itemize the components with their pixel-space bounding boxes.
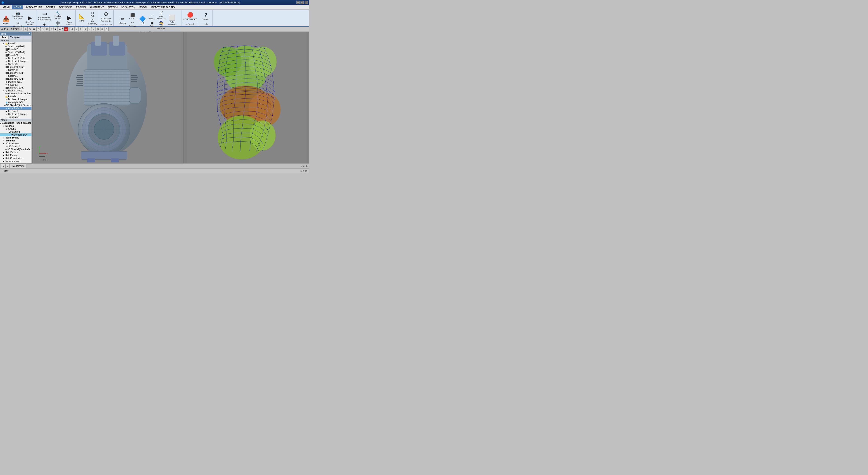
tree-item-plane24[interactable]: 📐 Plane24 <box>0 95 31 98</box>
menu-item-sketch[interactable]: SKETCH <box>106 5 120 9</box>
tree-item-model-root[interactable]: ▸ CallBaptist_Result_smaller <box>0 122 31 124</box>
tree-item-3dsketch1[interactable]: ✏ 3D Sketch1 <box>0 145 31 148</box>
viewport-area[interactable]: X Y ← 1.0 in → <box>32 32 309 163</box>
menu-item-model[interactable]: MODEL <box>137 5 150 9</box>
tree-item-extrude42[interactable]: ⬛ Extrude42 (Cut) <box>0 77 31 80</box>
sidebar-tab-viewpoint[interactable]: Viewpoint <box>9 35 22 39</box>
tree-item-alignment-scan[interactable]: ⟺ Alignment Scan for Bas <box>0 92 31 95</box>
view-btn-9[interactable]: ◈ <box>54 27 58 31</box>
view-btn-12[interactable]: ↺ <box>70 27 74 31</box>
view-btn-14[interactable]: ⟳ <box>79 27 83 31</box>
model-view-tab[interactable]: Model View <box>10 164 27 168</box>
run-scan-process-button[interactable]: ▶ ScanProcess <box>64 14 74 27</box>
tutorial-button[interactable]: ? Tutorial <box>200 11 211 21</box>
menu-item-3dsketch[interactable]: 3D SKETCH <box>120 5 137 9</box>
tree-item-extrude40[interactable]: ⬛ Extrude40 (Cut) <box>0 66 31 69</box>
tree-item-group1[interactable]: ▾ Group1 <box>0 127 31 130</box>
menu-item-livecapture[interactable]: LIVECAPTURE <box>23 5 44 9</box>
solid-primitive-button[interactable]: ⬜ SolidPrimitive <box>167 14 177 26</box>
livecapture-button[interactable]: 📷 LiveCaptureCapture <box>12 10 24 20</box>
tree-item-3dsketches[interactable]: ▾ 3D Sketches <box>0 142 31 145</box>
tree-item-transform1[interactable]: ↔ Transform1 <box>0 116 31 119</box>
view-btn-4[interactable]: ▦ <box>32 27 36 31</box>
extrude-button[interactable]: ⬛ Extrude <box>128 13 137 20</box>
tree-item-measurements[interactable]: ▸ Measurements <box>0 160 31 163</box>
tree-item-autosurface2[interactable]: 🖊 Auto Surface2 <box>0 107 31 110</box>
nav-right-button[interactable]: ► <box>5 164 9 168</box>
view-btn-16[interactable]: ↔ <box>87 27 91 31</box>
tree-item-deleteface1[interactable]: 🗑 Delete Face1 <box>0 80 31 83</box>
healing-wizard-button[interactable]: 🔧 HealingWizard <box>53 10 64 20</box>
view-btn-18[interactable]: ⊞ <box>96 27 100 31</box>
view-btn-6[interactable]: ◻ <box>41 27 45 31</box>
tree-item-plane23[interactable]: ▸ 📐 Plane23 <box>0 42 31 45</box>
import-button[interactable]: 📥 Import <box>1 15 11 25</box>
tree-item-solid-bodies[interactable]: ▸ Solid Bodies <box>0 136 31 139</box>
tree-item-extrude38[interactable]: ⬛ Extrude38 <box>0 54 31 57</box>
align-between-button[interactable]: ⟺ Align BetweenRef. Geometry <box>37 11 52 21</box>
tree-item-sketch52[interactable]: ✏ Sketch52 <box>0 83 31 86</box>
view-btn-3[interactable]: ⊞ <box>28 27 32 31</box>
view-btn-1[interactable]: ⊙ <box>19 27 23 31</box>
solidworks-button[interactable]: 🔴 SOLIDWORKS <box>182 11 198 21</box>
plane-button[interactable]: 📐 Plane <box>76 13 87 23</box>
viewport-left[interactable]: X Y ← 1.0 in → <box>32 32 184 163</box>
tree-item-3dsketch2[interactable]: ✏ 3D Sketch2(AutoSurface <box>0 104 31 107</box>
ref-geometry-btn2[interactable]: ◎ Geometry <box>87 18 98 25</box>
minimize-button[interactable]: ─ <box>297 1 300 4</box>
tree-item-sketch46[interactable]: ✏ Sketch46 (Mesh) <box>0 45 31 48</box>
tree-item-extrude41[interactable]: ⬛ Extrude41 (Cut) <box>0 71 31 74</box>
menu-item-menu[interactable]: MENU <box>1 5 12 9</box>
tree-item-3dsketch2-model[interactable]: ✏ 3D Sketch2(AutoSurfac <box>0 148 31 151</box>
maximize-button[interactable]: □ <box>301 1 304 4</box>
tree-item-regiongroup2[interactable]: ▸ ◎ Region Group2 <box>0 89 31 92</box>
tree-item-boolean10[interactable]: ⊕ Boolean10 (Cut) <box>0 57 31 60</box>
tree-item-sketch51[interactable]: ✏ Sketch51 <box>0 74 31 77</box>
fillet-button[interactable]: ◉ Fillet <box>148 20 156 28</box>
sidebar-close[interactable]: ✕ <box>29 32 31 35</box>
menu-item-points[interactable]: POINTS <box>44 5 57 9</box>
run-scan-wizard-button[interactable]: ▶ Run ScanWizard <box>25 14 35 27</box>
auto-surface-button[interactable]: 🖊 AutoSurface ▾ <box>156 10 166 20</box>
interactive-alignment-button[interactable]: ⊕ InteractiveAlignment ▾ <box>100 10 113 23</box>
tree-item-boolean12[interactable]: ⊕ Boolean12 (Merge) <box>0 98 31 101</box>
tree-item-ref-vectors[interactable]: ▸ Ref. Vectors <box>0 151 31 154</box>
tree-item-defeatured[interactable]: Defeatured <box>0 130 31 133</box>
tree-item-sketches[interactable]: ▸ Sketches <box>0 139 31 142</box>
tree-item-ref-coords[interactable]: ▸ Ref. Coordinates <box>0 157 31 160</box>
menu-item-polygons[interactable]: POLYGONS <box>57 5 74 9</box>
tree-item-boolean13[interactable]: ⊕ Boolean13 (Merge) <box>0 113 31 116</box>
tree-item-extrude43[interactable]: ⬛ Extrude43 (Cut) <box>0 86 31 89</box>
view-btn-8[interactable]: ⊕ <box>49 27 53 31</box>
loft-wizard-button[interactable]: 🧙 LoftWizard ▾ <box>156 20 166 30</box>
auto-dropdown-1[interactable]: Auto ▾ <box>1 28 8 31</box>
view-btn-15[interactable]: ⟲ <box>83 27 87 31</box>
view-btn-17[interactable]: ↕ <box>92 27 96 31</box>
menu-item-home[interactable]: HOME <box>12 5 23 9</box>
view-btn-7[interactable]: ⊟ <box>45 27 49 31</box>
view-btn-10[interactable]: ⊗ <box>58 27 62 31</box>
view-btn-2[interactable]: ◎ <box>24 27 28 31</box>
menu-item-exact-surfacing[interactable]: EXACT SURFACING <box>150 5 177 9</box>
view-btn-20[interactable]: ⊟ <box>104 27 108 31</box>
tree-item-watertight[interactable]: 💧 Watertight LC4 <box>0 101 31 104</box>
menu-item-region[interactable]: REGION <box>74 5 88 9</box>
sweep-button[interactable]: 〰 Sweep <box>148 13 156 20</box>
nav-left-button[interactable]: ◄ <box>1 164 5 168</box>
tree-item-watertight-lc4[interactable]: ◎ Watertight LC4 <box>0 133 31 136</box>
tree-item-meshes[interactable]: ▾ Meshes <box>0 124 31 127</box>
sketch-button[interactable]: ✏ Sketch <box>118 15 128 25</box>
viewport-right[interactable] <box>184 32 309 163</box>
menu-item-alignment[interactable]: ALIGNMENT <box>88 5 106 9</box>
tree-item-extrude47[interactable]: ⬛ Extrude47 <box>0 48 31 51</box>
tree-item-boolean11[interactable]: ⊕ Boolean11 (Merge) <box>0 60 31 63</box>
tree-item-sketch47[interactable]: ✏ Sketch47 (Mesh) <box>0 51 31 54</box>
tree-item-sketch50[interactable]: ✏ Sketch50 <box>0 69 31 71</box>
view-btn-5[interactable]: ⊡ <box>36 27 40 31</box>
sidebar-tab-tree[interactable]: Tree <box>0 35 9 39</box>
tree-item-fillface1[interactable]: ◼ Fill Face1 <box>0 110 31 113</box>
view-btn-19[interactable]: ⊠ <box>100 27 104 31</box>
tree-item-sketch49[interactable]: ✏ Sketch49 <box>0 63 31 66</box>
revolve-button[interactable]: ↩ Revolve <box>128 20 137 28</box>
ref-geometry-btn1[interactable]: ◻ Ref. <box>87 10 98 18</box>
